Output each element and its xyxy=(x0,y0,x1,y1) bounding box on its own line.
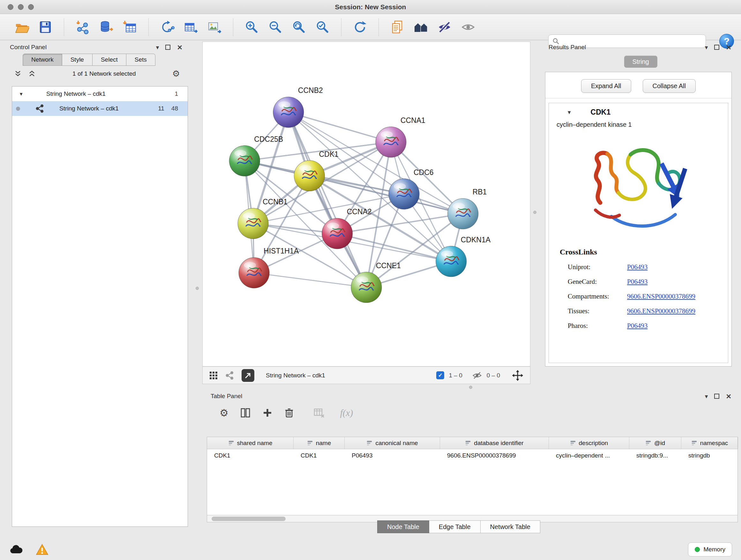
expand-all-networks-icon[interactable] xyxy=(14,70,22,78)
tab-sets[interactable]: Sets xyxy=(126,54,155,66)
table-row[interactable]: CDK1CDK1P064939606.ENSP00000378699cyclin… xyxy=(207,449,738,462)
window-title: Session: New Session xyxy=(335,3,406,11)
network-node-CCNE1[interactable]: CCNE1 xyxy=(351,261,401,303)
gene-collapse-caret-icon[interactable]: ▾ xyxy=(568,109,571,115)
hide-selected-icon[interactable] xyxy=(437,19,452,35)
float-panel-icon[interactable]: ▾ xyxy=(156,44,159,51)
network-collection-row[interactable]: ▾ String Network – cdk1 1 xyxy=(12,86,188,101)
selected-nodes-checkbox[interactable]: ✓ xyxy=(436,371,444,379)
column-header-canonical-name[interactable]: canonical name xyxy=(345,437,440,449)
network-node-CDKN1A[interactable]: CDKN1A xyxy=(436,236,491,277)
column-header-database-identifier[interactable]: database identifier xyxy=(440,437,549,449)
zoom-in-icon[interactable] xyxy=(244,19,259,35)
zoom-out-icon[interactable] xyxy=(268,19,283,35)
tab-edge-table[interactable]: Edge Table xyxy=(429,520,481,533)
pan-move-icon[interactable] xyxy=(512,369,524,381)
zoom-selected-icon[interactable] xyxy=(315,19,330,35)
maximize-panel-icon[interactable] xyxy=(165,45,171,50)
open-in-window-button[interactable] xyxy=(242,369,254,382)
maximize-panel-icon[interactable] xyxy=(714,394,719,399)
crosslink-link[interactable]: P06493 xyxy=(627,322,648,330)
hidden-eye-slash-icon[interactable] xyxy=(472,370,482,381)
column-header--id[interactable]: @id xyxy=(629,437,681,449)
network-edge[interactable] xyxy=(254,273,366,287)
crosslink-row: Uniprot:P06493 xyxy=(549,260,728,274)
crosslink-link[interactable]: 9606.ENSP00000378699 xyxy=(627,293,695,300)
close-panel-icon[interactable]: ✕ xyxy=(726,44,731,51)
tab-network[interactable]: Network xyxy=(23,54,62,66)
network-node-RB1[interactable]: RB1 xyxy=(448,188,487,229)
string-results-tab[interactable]: String xyxy=(624,56,657,68)
crosslink-link[interactable]: 9606.ENSP00000378699 xyxy=(627,307,695,315)
tab-style[interactable]: Style xyxy=(62,54,92,66)
table-cell: CDK1 xyxy=(293,449,345,462)
expand-all-button[interactable]: Expand All xyxy=(581,79,631,93)
close-window-button[interactable] xyxy=(8,4,13,10)
close-panel-icon[interactable]: ✕ xyxy=(726,393,731,400)
zoom-window-button[interactable] xyxy=(28,4,34,10)
cloud-status-icon[interactable] xyxy=(9,544,23,555)
new-network-icon[interactable] xyxy=(159,19,175,35)
splitter-handle[interactable] xyxy=(469,386,472,389)
column-sort-icon xyxy=(645,440,651,446)
memory-button[interactable]: Memory xyxy=(688,543,732,557)
network-row-selected[interactable]: String Network – cdk1 11 48 xyxy=(12,101,188,116)
column-sort-icon xyxy=(366,440,373,446)
zoom-fit-icon[interactable] xyxy=(291,19,307,35)
network-node-label: CDC25B xyxy=(254,135,283,143)
tab-select[interactable]: Select xyxy=(92,54,126,66)
column-header-shared-name[interactable]: shared name xyxy=(207,437,293,449)
collapse-all-button[interactable]: Collapse All xyxy=(643,79,696,93)
delete-table-icon[interactable] xyxy=(313,407,325,419)
show-columns-icon[interactable] xyxy=(240,408,251,418)
network-edge[interactable] xyxy=(288,112,366,287)
column-sort-icon xyxy=(691,440,697,446)
export-image-icon[interactable] xyxy=(207,19,222,35)
tab-node-table[interactable]: Node Table xyxy=(377,520,429,533)
network-node-label: CCNB2 xyxy=(298,86,323,95)
copy-document-icon[interactable] xyxy=(390,19,405,35)
table-header-row: shared namenamecanonical namedatabase id… xyxy=(207,437,738,449)
warning-status-icon[interactable] xyxy=(36,544,49,555)
import-network-database-icon[interactable] xyxy=(98,19,114,35)
network-node-CCNB2[interactable]: CCNB2 xyxy=(273,86,323,127)
splitter-handle[interactable] xyxy=(196,287,199,290)
splitter-handle[interactable] xyxy=(533,211,536,214)
maximize-panel-icon[interactable] xyxy=(714,45,719,50)
crosslink-link[interactable]: P06493 xyxy=(627,263,648,271)
network-options-gear-icon[interactable]: ⚙ xyxy=(172,70,180,78)
network-node-HIST1H1A[interactable]: HIST1H1A xyxy=(239,247,299,288)
import-network-file-icon[interactable] xyxy=(75,19,90,35)
delete-column-icon[interactable] xyxy=(284,408,294,418)
network-node-CCNA1[interactable]: CCNA1 xyxy=(376,116,425,158)
column-header-namespac[interactable]: namespac xyxy=(681,437,738,449)
collection-caret-icon[interactable]: ▾ xyxy=(20,91,23,98)
network-edge[interactable] xyxy=(288,112,391,142)
crosslink-link[interactable]: P06493 xyxy=(627,278,648,286)
network-graph: CCNB2CCNA1CDC25BCDK1CDC6RB1CCNB1CCNA2CDK… xyxy=(203,42,530,366)
first-neighbors-icon[interactable] xyxy=(413,19,428,35)
add-column-icon[interactable] xyxy=(262,408,273,418)
birds-eye-grid-icon[interactable] xyxy=(209,371,218,380)
minimize-window-button[interactable] xyxy=(18,4,23,10)
show-hidden-eye-icon[interactable] xyxy=(461,19,476,35)
column-header-name[interactable]: name xyxy=(293,437,345,449)
export-table-icon[interactable] xyxy=(183,19,199,35)
network-node-CDK1[interactable]: CDK1 xyxy=(294,150,338,191)
open-session-icon[interactable] xyxy=(14,19,29,35)
table-options-gear-icon[interactable]: ⚙ xyxy=(219,408,228,418)
import-table-icon[interactable] xyxy=(122,19,138,35)
function-builder-button[interactable]: f(x) xyxy=(340,408,353,418)
collapse-all-networks-icon[interactable] xyxy=(28,70,36,78)
float-panel-icon[interactable]: ▾ xyxy=(705,393,708,399)
scrollbar-thumb[interactable] xyxy=(212,516,286,521)
hidden-count: 0 – 0 xyxy=(487,372,500,379)
save-session-icon[interactable] xyxy=(38,19,53,35)
float-panel-icon[interactable]: ▾ xyxy=(705,44,708,51)
close-panel-icon[interactable]: ✕ xyxy=(177,44,183,51)
tab-network-table[interactable]: Network Table xyxy=(481,520,540,533)
refresh-view-icon[interactable] xyxy=(352,19,367,35)
network-view-canvas[interactable]: CCNB2CCNA1CDC25BCDK1CDC6RB1CCNB1CCNA2CDK… xyxy=(202,42,530,367)
string-badge-icon[interactable] xyxy=(225,371,234,380)
column-header-description[interactable]: description xyxy=(549,437,629,449)
